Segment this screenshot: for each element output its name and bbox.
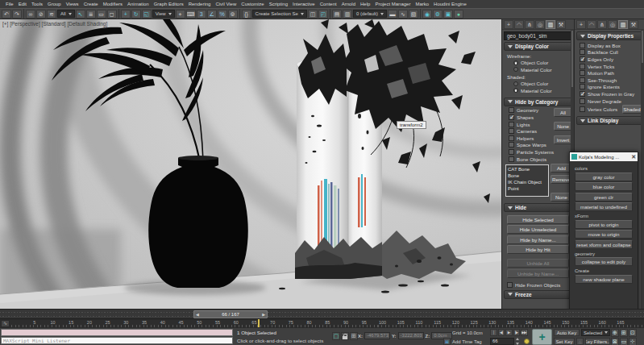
create-tab[interactable]: +	[504, 20, 513, 29]
redo-icon[interactable]: ↷	[12, 10, 22, 19]
y-coordinate-field[interactable]: -3222.803	[398, 332, 424, 339]
category-invert-button[interactable]: Invert	[554, 135, 572, 144]
shaded-object-color-radio[interactable]: Object Color	[502, 80, 574, 87]
prop-backface-cull[interactable]: Backface Cull	[575, 49, 644, 56]
key-filters-button[interactable]: Key Filters...	[585, 338, 610, 345]
render-setup-icon[interactable]: ⚙	[433, 10, 442, 19]
go-to-start-button[interactable]: |◀◀	[490, 329, 497, 336]
percent-snap-icon[interactable]: %	[218, 10, 227, 19]
menu-item-interactive[interactable]: Interactive	[290, 2, 318, 6]
vertex-colors-shaded-button[interactable]: Shaded	[622, 105, 642, 114]
zoom-extents-icon[interactable]: ⊡	[629, 329, 637, 337]
mini-curve-editor-button[interactable]: ∿	[1, 320, 10, 327]
select-and-move-icon[interactable]: +	[121, 10, 131, 19]
time-slider[interactable]: ◀ 66 / 167 ▶	[193, 310, 268, 318]
motion-tab[interactable]: ◎	[535, 20, 545, 29]
x-coordinate-field[interactable]: -4679.573	[364, 332, 390, 339]
schematic-view-icon[interactable]: ▧	[409, 10, 418, 19]
hide-selected-button[interactable]: Hide Selected	[507, 215, 569, 224]
maxscript-listener-input[interactable]	[1, 329, 233, 336]
menu-item-houdini-engine[interactable]: Houdini Engine	[431, 2, 469, 6]
menu-item-rendering[interactable]: Rendering	[186, 2, 214, 6]
render-production-icon[interactable]: ●	[454, 10, 463, 19]
category-shapes[interactable]: Shapes	[504, 114, 554, 121]
keyboard-override-icon[interactable]: ⌨	[186, 10, 196, 19]
viewport-label[interactable]: [+] [Perspective] [Standard] [Default Sh…	[2, 21, 107, 27]
time-slider-next-icon[interactable]: ▶	[262, 312, 265, 317]
set-key-mode-button[interactable]: +	[532, 329, 552, 345]
prop-edges-only[interactable]: Edges Only	[575, 56, 644, 63]
prop-ignore-extents[interactable]: Ignore Extents	[575, 84, 644, 91]
gray-color-button[interactable]: gray color	[575, 172, 633, 181]
select-and-rotate-icon[interactable]: ↻	[131, 10, 141, 19]
menu-item-customize[interactable]: Customize	[239, 2, 266, 6]
select-object-icon[interactable]: ↖	[76, 10, 85, 19]
list-item[interactable]: Point	[508, 185, 546, 192]
category-space-warps[interactable]: Space Warps	[504, 142, 554, 149]
menu-item-help[interactable]: Help	[358, 2, 372, 6]
add-time-tag-label[interactable]: Add Time Tag	[452, 339, 482, 344]
layer-dropdown[interactable]: 0 (default)	[353, 10, 387, 18]
green-clr-button[interactable]: green clr	[575, 193, 633, 202]
new-shadow-plane-button[interactable]: new shadow plane	[575, 275, 633, 284]
menu-item-file[interactable]: File	[3, 2, 16, 6]
menu-item-project-manager[interactable]: Project Manager	[372, 2, 413, 6]
material-to-undefined-button[interactable]: material to undefined	[575, 202, 633, 211]
perspective-viewport[interactable]: [+] [Perspective] [Standard] [Default Sh…	[0, 19, 501, 309]
zoom-all-icon[interactable]: ⊞	[620, 329, 628, 337]
prop-see-through[interactable]: See-Through	[575, 77, 644, 84]
category-bone-objects[interactable]: Bone Objects	[504, 156, 554, 163]
motion-tab[interactable]: ◎	[608, 20, 617, 29]
track-bar[interactable]: ◀ 66 / 167 ▶	[0, 309, 644, 318]
toggle-scene-explorer-icon[interactable]: ▤	[332, 10, 342, 19]
angle-snap-icon[interactable]: ∠	[207, 10, 217, 19]
menu-item-graph-editors[interactable]: Graph Editors	[152, 2, 186, 6]
menu-item-views[interactable]: Views	[64, 2, 81, 6]
mirror-icon[interactable]: ◫	[308, 10, 318, 19]
menu-item-content[interactable]: Content	[318, 2, 339, 6]
menu-item-group[interactable]: Group	[45, 2, 64, 6]
hide-by-hit-button[interactable]: Hide by Hit	[507, 245, 569, 254]
category-lights[interactable]: Lights	[504, 121, 554, 128]
current-frame-field[interactable]: 66	[490, 338, 514, 345]
move-to-origin-button[interactable]: move to origin	[575, 230, 633, 239]
menu-item-civil-view[interactable]: Civil View	[213, 2, 239, 6]
category-particle-systems[interactable]: Particle Systems	[504, 148, 554, 156]
selection-lock-toggle-icon[interactable]	[341, 332, 349, 340]
utilities-tab[interactable]: ⚒	[556, 20, 566, 29]
rollout-display-properties[interactable]: Display Properties	[576, 31, 642, 40]
material-editor-icon[interactable]: ◉	[422, 10, 432, 19]
panel-scrollbar[interactable]	[641, 30, 644, 309]
menu-item-edit[interactable]: Edit	[16, 2, 29, 6]
reset-xform-and-collapse-button[interactable]: reset xform and collapse	[575, 240, 633, 249]
field-of-view-icon[interactable]: ▭	[620, 338, 628, 345]
display-tab[interactable]: ▥	[618, 20, 628, 29]
modify-tab[interactable]: ◠	[587, 20, 596, 29]
menu-item-arnold[interactable]: Arnold	[339, 2, 358, 6]
prop-motion-path[interactable]: Motion Path	[575, 69, 644, 77]
snaps-toggle-icon[interactable]: 3	[197, 10, 206, 19]
category-geometry[interactable]: Geometry	[504, 107, 554, 114]
rollout-freeze[interactable]: Freeze	[504, 290, 572, 299]
list-item[interactable]: CAT Bone	[508, 166, 546, 172]
collapse-to-edit-poly-button[interactable]: collapse to edit poly	[575, 257, 633, 266]
hierarchy-tab[interactable]: ⋔	[597, 20, 607, 29]
rollout-hide-by-category[interactable]: Hide by Category	[504, 98, 572, 106]
menu-item-modifiers[interactable]: Modifiers	[101, 2, 125, 6]
create-tab[interactable]: +	[576, 20, 586, 29]
key-mode-dropdown[interactable]: Selected	[581, 329, 610, 336]
prop-vertex-colors[interactable]: Vertex Colors Shaded	[575, 104, 644, 114]
category-helpers[interactable]: Helpers	[504, 135, 554, 142]
previous-frame-button[interactable]: ◀|	[498, 329, 505, 336]
hide-unselected-button[interactable]: Hide Unselected	[507, 225, 569, 234]
curve-editor-icon[interactable]: ∿	[398, 10, 408, 19]
pan-icon[interactable]: ⊹	[629, 338, 637, 345]
rendered-frame-window-icon[interactable]: ▣	[443, 10, 453, 19]
prop-display-as-box[interactable]: Display as Box	[575, 42, 644, 49]
timeline-ruler[interactable]: ∿ 51015202530354045505560657075808590951…	[0, 318, 644, 327]
menu-item-scripting[interactable]: Scripting	[267, 2, 290, 6]
bone-type-listbox[interactable]: CAT Bone Bone IK Chain Object Point	[505, 164, 549, 197]
time-slider-prev-icon[interactable]: ◀	[196, 312, 199, 317]
hide-frozen-objects-checkbox[interactable]: Hide Frozen Objects	[502, 281, 574, 289]
zoom-extents-all-icon[interactable]: ⊠	[611, 338, 619, 345]
